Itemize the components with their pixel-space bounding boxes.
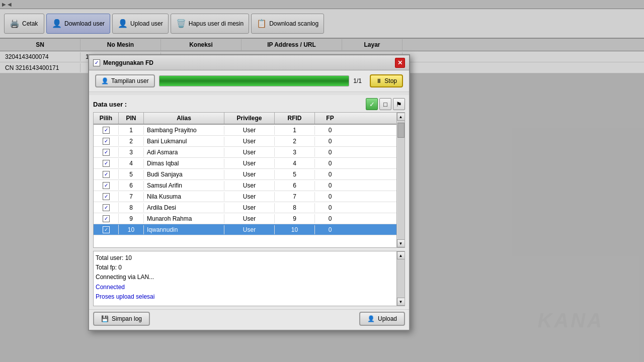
user-fp-7: 0 (315, 192, 345, 201)
user-rfid-6: 6 (275, 181, 315, 190)
modal-dialog: ✓ Menggunakan FD ✕ 👤 Tampilan user 1/1 ⏸… (88, 54, 410, 331)
upload-icon: 👤 (367, 315, 375, 322)
user-check-1[interactable]: ✓ (94, 125, 119, 135)
user-privilege-3: User (224, 148, 275, 157)
user-table-scroll[interactable]: Pilih PIN Alias Privilege RFID FP ✓ 1 Ba… (94, 113, 396, 247)
user-check-5[interactable]: ✓ (94, 169, 119, 179)
toggle-select-button[interactable]: ⚑ (393, 98, 405, 110)
user-row-9[interactable]: ✓ 9 Munaroh Rahma User 9 0 (94, 213, 396, 224)
user-alias-6: Samsul Arifin (144, 181, 224, 190)
modal-close-button[interactable]: ✕ (395, 58, 405, 68)
user-checkbox-3[interactable]: ✓ (103, 149, 110, 156)
user-privilege-10: User (224, 225, 275, 234)
user-alias-3: Adi Asmara (144, 148, 224, 157)
th-pin: PIN (119, 113, 144, 124)
user-check-10[interactable]: ✓ (94, 225, 119, 234)
user-privilege-9: User (224, 214, 275, 223)
user-privilege-2: User (224, 137, 275, 146)
user-check-6[interactable]: ✓ (94, 180, 119, 190)
user-pin-6: 6 (119, 181, 144, 190)
user-alias-10: Iqwannudin (144, 225, 224, 234)
log-scroll-up[interactable]: ▲ (397, 251, 405, 259)
user-checkbox-9[interactable]: ✓ (103, 215, 110, 222)
log-line-3: Connecting via LAN... (96, 273, 394, 282)
user-checkbox-2[interactable]: ✓ (103, 138, 110, 145)
user-row-4[interactable]: ✓ 4 Dimas Iqbal User 4 0 (94, 158, 396, 169)
user-pin-4: 4 (119, 159, 144, 168)
user-fp-2: 0 (315, 137, 345, 146)
user-rfid-9: 9 (275, 214, 315, 223)
log-scrollbar[interactable]: ▲ ▼ (396, 251, 405, 306)
scroll-track (397, 121, 405, 239)
user-pin-5: 5 (119, 170, 144, 179)
select-all-button[interactable]: ✓ (366, 98, 378, 110)
user-fp-3: 0 (315, 148, 345, 157)
modal-title: Menggunakan FD (103, 59, 153, 66)
log-line-4: Connected (96, 283, 394, 292)
user-fp-10: 0 (315, 225, 345, 234)
user-alias-5: Budi Sanjaya (144, 170, 224, 179)
user-check-7[interactable]: ✓ (94, 192, 119, 201)
user-pin-8: 8 (119, 203, 144, 212)
user-privilege-6: User (224, 181, 275, 190)
user-check-2[interactable]: ✓ (94, 136, 119, 146)
user-checkbox-1[interactable]: ✓ (103, 127, 110, 134)
log-scroll-track (397, 259, 405, 298)
user-row-2[interactable]: ✓ 2 Bani Lukmanul User 2 0 (94, 136, 396, 147)
user-row-10[interactable]: ✓ 10 Iqwannudin User 10 0 (94, 224, 396, 235)
upload-button[interactable]: 👤 Upload (359, 312, 405, 326)
user-pin-2: 2 (119, 137, 144, 146)
scroll-up-button[interactable]: ▲ (397, 113, 405, 121)
user-row-5[interactable]: ✓ 5 Budi Sanjaya User 5 0 (94, 169, 396, 180)
user-rfid-4: 4 (275, 159, 315, 168)
user-checkbox-8[interactable]: ✓ (103, 204, 110, 211)
modal-footer: 💾 Simpan log 👤 Upload (89, 309, 409, 330)
log-line-1: Total user: 10 (96, 253, 394, 263)
user-rfid-10: 10 (275, 225, 315, 234)
user-checkbox-6[interactable]: ✓ (103, 182, 110, 189)
progress-area: 👤 Tampilan user 1/1 ⏸ Stop (89, 70, 409, 92)
table-scrollbar[interactable]: ▲ ▼ (396, 113, 405, 247)
scroll-thumb (397, 123, 405, 138)
tampilkan-button[interactable]: 👤 Tampilan user (95, 74, 155, 87)
log-line-2: Total fp: 0 (96, 263, 394, 273)
user-row-7[interactable]: ✓ 7 Nila Kusuma User 7 0 (94, 191, 396, 202)
user-rfid-3: 3 (275, 148, 315, 157)
user-row-6[interactable]: ✓ 6 Samsul Arifin User 6 0 (94, 180, 396, 191)
tampilkan-icon: 👤 (101, 77, 109, 84)
log-scroll-down[interactable]: ▼ (397, 298, 405, 306)
user-alias-8: Ardila Desi (144, 203, 224, 212)
user-row-1[interactable]: ✓ 1 Bambang Prayitno User 1 0 (94, 125, 396, 136)
user-pin-7: 7 (119, 192, 144, 201)
simpan-log-icon: 💾 (101, 315, 109, 322)
stop-button[interactable]: ⏸ Stop (370, 74, 403, 87)
user-check-3[interactable]: ✓ (94, 147, 119, 157)
user-pin-9: 9 (119, 214, 144, 223)
user-checkbox-7[interactable]: ✓ (103, 193, 110, 200)
user-rfid-5: 5 (275, 170, 315, 179)
log-area: ▲ ▼ Total user: 10Total fp: 0Connecting … (93, 251, 405, 306)
user-checkbox-10[interactable]: ✓ (103, 226, 110, 233)
scroll-down-button[interactable]: ▼ (397, 239, 405, 247)
user-check-9[interactable]: ✓ (94, 214, 119, 223)
deselect-all-button[interactable]: □ (379, 98, 391, 110)
fd-checkbox[interactable]: ✓ (93, 59, 100, 66)
user-check-8[interactable]: ✓ (94, 203, 119, 212)
simpan-log-button[interactable]: 💾 Simpan log (93, 312, 150, 326)
user-table-header: Pilih PIN Alias Privilege RFID FP (94, 113, 396, 125)
th-rfid: RFID (275, 113, 315, 124)
user-privilege-7: User (224, 192, 275, 201)
user-privilege-1: User (224, 126, 275, 135)
log-lines-container: Total user: 10Total fp: 0Connecting via … (96, 253, 394, 302)
user-check-4[interactable]: ✓ (94, 158, 119, 168)
th-privilege: Privilege (224, 113, 275, 124)
modal-titlebar: ✓ Menggunakan FD ✕ (89, 55, 409, 70)
user-checkbox-4[interactable]: ✓ (103, 160, 110, 167)
user-row-3[interactable]: ✓ 3 Adi Asmara User 3 0 (94, 147, 396, 158)
data-user-header: Data user : ✓ □ ⚑ (93, 98, 405, 110)
log-line-5: Proses upload selesai (96, 292, 394, 302)
user-rfid-7: 7 (275, 192, 315, 201)
progress-bar-container (159, 75, 350, 86)
user-row-8[interactable]: ✓ 8 Ardila Desi User 8 0 (94, 202, 396, 213)
user-checkbox-5[interactable]: ✓ (103, 171, 110, 178)
